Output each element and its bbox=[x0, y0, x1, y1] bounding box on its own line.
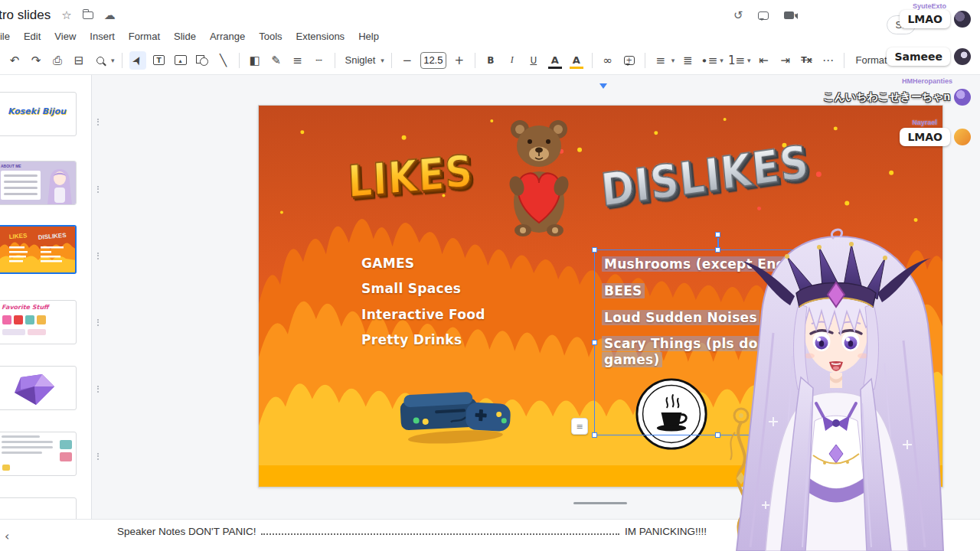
line-spacing-icon[interactable]: ≣ bbox=[679, 51, 696, 70]
highlight-color-icon[interactable]: A bbox=[568, 51, 585, 70]
bulleted-list-icon[interactable]: ∙≡ bbox=[701, 51, 717, 70]
select-tool-icon[interactable]: ➤ bbox=[129, 51, 146, 70]
slide-filmstrip: Koseki Bijou ABOUT ME bbox=[0, 75, 92, 519]
move-folder-icon[interactable] bbox=[83, 11, 93, 19]
google-slides-app: Intro slides ☆ ☁ ↺ ▾ Sli File Edit View … bbox=[0, 0, 980, 551]
teddy-bear-image[interactable] bbox=[497, 114, 581, 240]
thumb4-title: Favorite Stuff bbox=[2, 304, 76, 311]
menubar: File Edit View Insert Format Slide Arran… bbox=[0, 26, 980, 46]
game-console-image[interactable] bbox=[387, 373, 521, 448]
font-size-input[interactable]: 12.5 bbox=[420, 52, 446, 69]
font-caret-icon[interactable]: ▾ bbox=[381, 57, 384, 64]
font-size-decrease-button[interactable]: − bbox=[399, 51, 416, 70]
meet-button[interactable]: ▾ bbox=[784, 11, 798, 19]
more-toolbar-icon[interactable]: ⋯ bbox=[820, 51, 837, 70]
slide-thumbnail-2[interactable]: ABOUT ME bbox=[0, 161, 77, 205]
font-family-select[interactable]: Sniglet bbox=[342, 54, 379, 66]
slide-thumbnail-4[interactable]: Favorite Stuff bbox=[0, 300, 77, 344]
menu-format[interactable]: Format bbox=[122, 28, 167, 44]
clear-formatting-icon[interactable]: Tx bbox=[799, 51, 815, 70]
speaker-notes-text-left[interactable]: DON'T PANIC! bbox=[188, 526, 256, 537]
titlebar: Intro slides ☆ ☁ ↺ ▾ Sli bbox=[0, 0, 980, 26]
decrease-indent-icon[interactable]: ⇤ bbox=[756, 51, 773, 70]
border-color-icon[interactable]: ✎ bbox=[268, 51, 285, 70]
thumb2-label: ABOUT ME bbox=[1, 164, 21, 168]
slideshow-button[interactable]: Sli bbox=[887, 15, 916, 34]
thumb6-image-1 bbox=[60, 440, 72, 449]
svg-text:LIKES: LIKES bbox=[9, 232, 28, 240]
likes-item[interactable]: GAMES bbox=[361, 256, 414, 271]
undo-icon[interactable]: ↶ bbox=[6, 51, 23, 70]
menu-arrange[interactable]: Arrange bbox=[203, 28, 252, 44]
speaker-notes-text-right[interactable]: IM PANICKING!!!! bbox=[625, 526, 707, 537]
numbered-list-icon[interactable]: 1≡ bbox=[728, 51, 745, 70]
slide-thumbnail-7[interactable] bbox=[0, 497, 77, 519]
align-caret-icon[interactable]: ▾ bbox=[671, 57, 675, 64]
star-icon[interactable]: ☆ bbox=[61, 8, 71, 22]
toolbar: ↶ ↷ ⎙ ⊟ ▾ ➤ T ▴ ╲ ◧ ✎ ≡ ┄ Sniglet ▾ − 12… bbox=[0, 46, 980, 75]
dislikes-item[interactable]: BEES bbox=[602, 283, 645, 298]
zoom-caret-icon[interactable]: ▾ bbox=[111, 57, 115, 64]
bulleted-list-caret-icon[interactable]: ▾ bbox=[720, 57, 724, 64]
paint-format-icon[interactable]: ⊟ bbox=[70, 51, 87, 70]
slide-thumbnail-1[interactable]: Koseki Bijou bbox=[0, 92, 77, 136]
slide-thumbnail-6[interactable] bbox=[0, 432, 77, 476]
menu-help[interactable]: Help bbox=[351, 28, 386, 44]
align-icon[interactable]: ≡ bbox=[652, 51, 669, 70]
italic-icon[interactable]: I bbox=[504, 51, 521, 70]
collapse-filmstrip-icon[interactable]: ‹ bbox=[5, 529, 9, 543]
redo-icon[interactable]: ↷ bbox=[28, 51, 44, 70]
document-title[interactable]: Intro slides bbox=[0, 8, 51, 23]
vtuber-character-overlay bbox=[720, 226, 953, 551]
menu-file[interactable]: File bbox=[0, 28, 17, 44]
notes-resize-handle[interactable] bbox=[573, 502, 627, 504]
drag-chip[interactable]: ≡ bbox=[571, 418, 588, 435]
thumb6-image-2 bbox=[60, 452, 72, 461]
selection-handle[interactable] bbox=[592, 432, 597, 438]
thumb1-title: Koseki Bijou bbox=[0, 106, 76, 116]
underline-icon[interactable]: U bbox=[525, 51, 542, 70]
camera-icon bbox=[784, 11, 794, 19]
print-icon[interactable]: ⎙ bbox=[49, 51, 66, 70]
text-box-icon[interactable]: T bbox=[151, 51, 168, 70]
menu-tools[interactable]: Tools bbox=[252, 28, 289, 44]
selection-handle[interactable] bbox=[592, 340, 597, 345]
border-dash-icon[interactable]: ┄ bbox=[311, 51, 328, 70]
menu-view[interactable]: View bbox=[47, 28, 83, 44]
insert-image-icon[interactable]: ▴ bbox=[172, 51, 189, 70]
thumb2-character bbox=[47, 166, 73, 204]
thumb6-image-3 bbox=[2, 465, 10, 471]
menu-edit[interactable]: Edit bbox=[17, 28, 47, 44]
insert-shape-icon[interactable] bbox=[194, 51, 211, 70]
version-history-icon[interactable]: ↺ bbox=[733, 8, 743, 22]
dislikes-item[interactable]: games) bbox=[602, 352, 662, 367]
zoom-icon[interactable] bbox=[92, 51, 109, 70]
likes-item[interactable]: Interactive Food bbox=[361, 307, 485, 322]
font-size-increase-button[interactable]: + bbox=[451, 51, 468, 70]
menu-insert[interactable]: Insert bbox=[83, 28, 122, 44]
slide-thumbnail-3-selected[interactable]: LIKES DISLIKES bbox=[0, 225, 77, 274]
menu-extensions[interactable]: Extensions bbox=[289, 28, 352, 44]
likes-item[interactable]: Small Spaces bbox=[361, 281, 461, 296]
speaker-notes-label: Speaker Notes bbox=[117, 526, 185, 537]
slide-thumbnail-5[interactable] bbox=[0, 366, 77, 410]
comments-icon[interactable] bbox=[758, 11, 769, 20]
bold-icon[interactable]: B bbox=[482, 51, 499, 70]
cloud-saved-icon: ☁ bbox=[104, 8, 116, 22]
menu-slide[interactable]: Slide bbox=[167, 28, 203, 44]
insert-link-icon[interactable]: ∞ bbox=[599, 51, 616, 70]
notes-dotted-line bbox=[261, 528, 619, 535]
add-comment-icon[interactable]: + bbox=[621, 51, 638, 70]
thumb3-fire-mini: LIKES DISLIKES bbox=[0, 227, 77, 274]
selection-handle[interactable] bbox=[592, 247, 597, 253]
increase-indent-icon[interactable]: ⇥ bbox=[777, 51, 794, 70]
likes-item[interactable]: Pretty Drinks bbox=[361, 332, 462, 347]
fill-color-icon[interactable]: ◧ bbox=[247, 51, 263, 70]
thumb5-gem-mini bbox=[0, 367, 76, 409]
numbered-list-caret-icon[interactable]: ▾ bbox=[747, 57, 751, 64]
border-weight-icon[interactable]: ≡ bbox=[289, 51, 306, 70]
insert-line-icon[interactable]: ╲ bbox=[215, 51, 232, 70]
format-options-button[interactable]: Format options bbox=[851, 54, 927, 66]
center-guide-marker bbox=[599, 83, 607, 93]
text-color-icon[interactable]: A bbox=[547, 51, 564, 70]
